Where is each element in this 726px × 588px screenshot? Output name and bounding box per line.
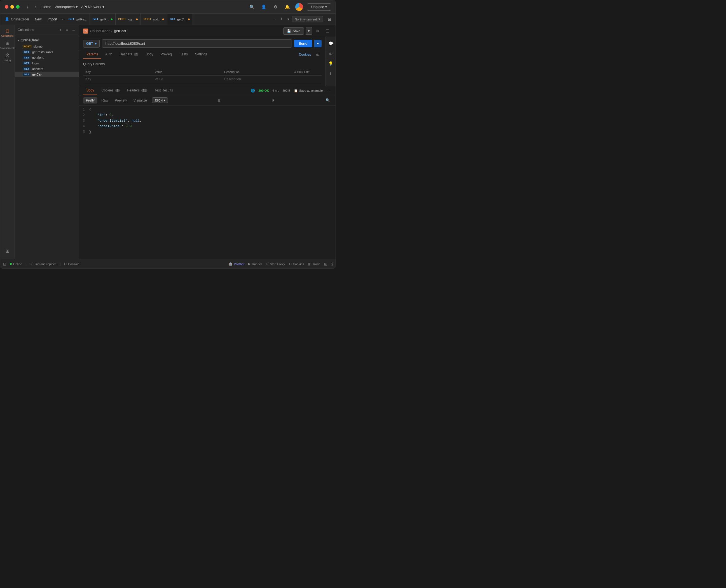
res-tab-body[interactable]: Body: [83, 86, 97, 95]
code-gen-btn[interactable]: ‹/›: [327, 49, 335, 57]
tab-3[interactable]: POST add...: [141, 14, 167, 25]
close-button[interactable]: [5, 5, 8, 9]
tab-4[interactable]: GET getC...: [167, 14, 193, 25]
runner-button[interactable]: ▶ Runner: [248, 262, 262, 266]
url-input[interactable]: [102, 39, 292, 47]
view-preview-btn[interactable]: Preview: [112, 97, 129, 104]
upgrade-button[interactable]: Upgrade ▾: [307, 3, 331, 10]
tab-params[interactable]: Params: [83, 50, 101, 59]
collection-item-getcart[interactable]: GET getCart: [15, 71, 79, 77]
new-button[interactable]: New: [32, 16, 44, 22]
tab-tests[interactable]: Tests: [177, 50, 191, 59]
method-selector[interactable]: GET ▾: [83, 40, 100, 47]
url-bar: GET ▾ Send ▾: [79, 37, 325, 50]
forward-button[interactable]: ›: [33, 4, 38, 10]
res-tab-headers[interactable]: Headers 11: [124, 86, 151, 95]
grid-layout-btn[interactable]: ⊞: [324, 262, 327, 266]
more-options-btn[interactable]: ···: [70, 27, 76, 33]
collection-item-getmenu[interactable]: GET getMenu: [15, 55, 79, 60]
cookies-btn[interactable]: ⊟ Cookies: [289, 262, 304, 266]
tab-body[interactable]: Body: [142, 50, 157, 59]
cookies-link[interactable]: Cookies: [299, 52, 311, 57]
collection-tree: ▾ OnlineOrder POST signup GET getRestaur…: [15, 35, 79, 259]
view-pretty-btn[interactable]: Pretty: [83, 97, 97, 104]
trash-btn[interactable]: 🗑 Trash: [308, 262, 320, 266]
start-proxy-btn[interactable]: ⊟ Start Proxy: [266, 262, 285, 266]
tab-auth[interactable]: Auth: [102, 50, 116, 59]
home-link[interactable]: Home: [42, 5, 52, 9]
tab-settings[interactable]: Settings: [192, 50, 210, 59]
new-tab-button[interactable]: +: [278, 16, 285, 22]
tab-prereq[interactable]: Pre-req.: [157, 50, 176, 59]
team-icon-btn[interactable]: 👤: [260, 3, 268, 11]
edit-button[interactable]: ✏: [314, 27, 322, 35]
save-dropdown-button[interactable]: ▾: [306, 27, 312, 35]
response-more-btn[interactable]: ···: [326, 88, 332, 93]
back-button[interactable]: ‹: [25, 4, 30, 10]
collection-item-login[interactable]: GET login: [15, 60, 79, 66]
minimize-button[interactable]: [11, 5, 14, 9]
tabs-list: GET getRe... GET getR... POST log... POS…: [66, 14, 272, 25]
res-tab-test-results[interactable]: Test Results: [151, 86, 176, 95]
lightbulb-btn[interactable]: 💡: [327, 60, 335, 67]
res-tab-cookies[interactable]: Cookies 1: [98, 86, 123, 95]
view-visualize-btn[interactable]: Visualize: [131, 97, 150, 104]
add-collection-btn[interactable]: +: [58, 27, 63, 33]
collection-item-signup[interactable]: POST signup: [15, 44, 79, 49]
copy-response-btn[interactable]: ⎘: [270, 97, 276, 104]
response-panel-btn[interactable]: 💬: [327, 39, 335, 47]
search-icon-btn[interactable]: 🔍: [248, 3, 256, 11]
settings-icon-btn[interactable]: ⚙: [272, 3, 280, 11]
sidebar-environments-btn[interactable]: ⊞ Environments: [2, 39, 13, 50]
search-response-btn[interactable]: 🔍: [324, 97, 332, 104]
bulk-edit-button[interactable]: ⊟ Bulk Edit: [294, 70, 309, 74]
view-toggle-btn[interactable]: ⊟: [325, 15, 333, 23]
api-network-menu[interactable]: API Network ▾: [81, 5, 104, 9]
send-dropdown-button[interactable]: ▾: [314, 40, 322, 47]
info-btn[interactable]: ℹ: [327, 70, 335, 78]
collection-item-additem[interactable]: GET additem: [15, 66, 79, 71]
postbot-button[interactable]: 🤖 Postbot: [229, 262, 244, 266]
collection-root-onlineorder[interactable]: ▾ OnlineOrder: [15, 37, 79, 44]
traffic-lights: [5, 5, 20, 9]
code-view-btn[interactable]: ‹/›: [314, 50, 322, 59]
tab-prev-button[interactable]: ‹: [60, 16, 65, 22]
sidebar-history-btn[interactable]: ⏱ History: [2, 52, 13, 63]
docs-button[interactable]: ☰: [324, 27, 332, 35]
sidebar-api-btn[interactable]: ⊞: [2, 245, 13, 256]
value-input[interactable]: [155, 77, 220, 81]
save-example-button[interactable]: 📋 Save as example: [294, 89, 323, 92]
save-button[interactable]: 💾 Save: [283, 27, 304, 35]
format-options-btn[interactable]: ⊟: [216, 97, 222, 104]
code-line-4: 4 "totalPrice": 0.0: [79, 125, 336, 130]
env-selector[interactable]: No Environment ▾: [291, 16, 323, 22]
layout-toggle-btn[interactable]: ⊟: [3, 262, 6, 266]
tab-next-button[interactable]: ›: [273, 16, 277, 22]
tab-1[interactable]: GET getR...: [90, 14, 116, 25]
format-selector[interactable]: JSON ▾: [152, 97, 168, 103]
import-button[interactable]: Import: [45, 16, 60, 22]
workspaces-menu[interactable]: Workspaces ▾: [55, 5, 78, 9]
console-btn[interactable]: ⊟ Console: [64, 262, 79, 266]
tabs-dropdown-button[interactable]: ▾: [286, 17, 291, 21]
key-input[interactable]: [85, 77, 150, 81]
view-raw-btn[interactable]: Raw: [99, 97, 111, 104]
maximize-button[interactable]: [16, 5, 20, 9]
code-line-5: 5 }: [79, 130, 336, 136]
sidebar-collections-btn[interactable]: ⊡ Collections: [2, 27, 13, 38]
notifications-icon-btn[interactable]: 🔔: [283, 3, 291, 11]
collection-item-getrestaurants[interactable]: GET getRestaurants: [15, 49, 79, 55]
avatar[interactable]: [295, 3, 303, 11]
send-button[interactable]: Send: [294, 40, 312, 47]
status-bar: ⊟ Online | ⊟ Find and replace | ⊟ Consol…: [0, 259, 336, 269]
find-replace-btn[interactable]: ⊟ Find and replace: [30, 262, 57, 266]
online-status[interactable]: Online: [10, 262, 22, 266]
tab-2[interactable]: POST log...: [116, 14, 141, 25]
sort-btn[interactable]: ≡: [64, 27, 69, 33]
collections-icon: ⊡: [6, 28, 9, 34]
tab-headers[interactable]: Headers 7: [116, 50, 142, 59]
description-input[interactable]: [224, 77, 289, 81]
method-badge-post: POST: [23, 45, 32, 48]
tab-0[interactable]: GET getRe...: [66, 14, 90, 25]
help-btn[interactable]: ℹ: [331, 262, 333, 266]
